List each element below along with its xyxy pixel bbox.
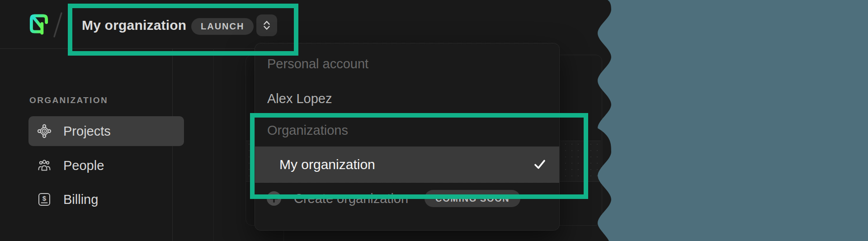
neon-logo-icon[interactable]: [29, 14, 49, 35]
sidebar-item-people[interactable]: People: [28, 151, 184, 180]
menu-item-alex-lopez[interactable]: Alex Lopez: [255, 87, 559, 110]
menu-item-create-organization[interactable]: Create organization COMING SOON: [255, 187, 559, 210]
sidebar-item-label: Billing: [63, 192, 98, 207]
menu-item-my-organization[interactable]: My organization: [255, 146, 559, 183]
menu-item-label: Alex Lopez: [267, 91, 332, 106]
chevron-up-down-icon: [261, 19, 273, 32]
content-divider: [213, 48, 214, 241]
screenshot-stage: My organization LAUNCH ORGANIZATION: [0, 0, 868, 241]
app-canvas: My organization LAUNCH ORGANIZATION: [0, 0, 868, 241]
people-icon: [37, 158, 52, 173]
breadcrumb-separator: [52, 12, 64, 38]
org-switcher-toggle-button[interactable]: [256, 14, 277, 36]
org-switcher-title[interactable]: My organization: [82, 19, 186, 32]
account-menu: Personal account Alex Lopez Organization…: [255, 43, 560, 231]
sidebar-item-label: Projects: [63, 124, 111, 139]
sidebar-item-label: People: [63, 158, 104, 173]
menu-item-label: My organization: [279, 158, 375, 171]
launch-badge: LAUNCH: [191, 18, 254, 35]
sidebar-item-billing[interactable]: $ Billing: [28, 184, 184, 214]
sidebar-item-projects[interactable]: Projects: [28, 116, 184, 146]
coming-soon-badge: COMING SOON: [425, 190, 520, 207]
plus-circle-icon: [266, 191, 282, 206]
check-icon: [532, 158, 547, 171]
sidebar-section-label: ORGANIZATION: [29, 95, 108, 105]
projects-icon: [37, 123, 52, 139]
menu-section-header-personal-account: Personal account: [267, 57, 368, 71]
menu-item-label: Create organization: [294, 192, 408, 205]
header-divider: [0, 48, 298, 49]
svg-text:$: $: [42, 194, 47, 202]
billing-icon: $: [37, 192, 52, 207]
menu-section-header-organizations: Organizations: [267, 123, 348, 137]
